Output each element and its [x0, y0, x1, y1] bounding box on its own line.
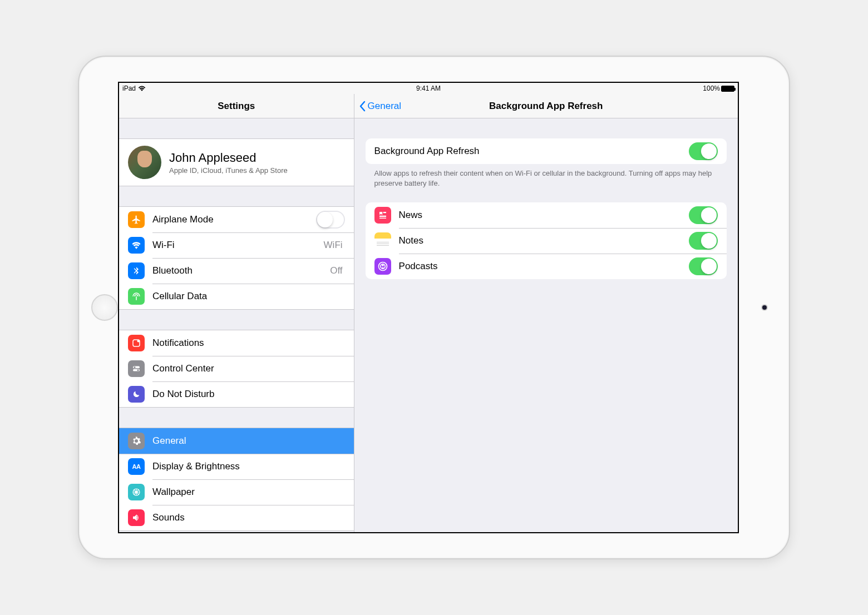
master-refresh-label: Background App Refresh — [374, 146, 689, 157]
wallpaper-label: Wallpaper — [152, 487, 345, 498]
sidebar-item-wifi[interactable]: Wi-Fi WiFi — [119, 232, 354, 258]
sidebar-item-wallpaper[interactable]: Wallpaper — [119, 479, 354, 505]
device-label: iPad — [122, 85, 136, 92]
app-label: News — [399, 210, 689, 221]
back-button[interactable]: General — [354, 101, 401, 112]
status-bar: iPad 9:41 AM 100% — [119, 83, 738, 94]
bluetooth-label: Bluetooth — [152, 265, 330, 276]
detail-header: General Background App Refresh — [354, 94, 738, 118]
airplane-toggle[interactable] — [316, 211, 345, 229]
sidebar-item-airplane[interactable]: Airplane Mode — [119, 207, 354, 232]
svg-point-7 — [135, 491, 138, 494]
news-icon — [374, 207, 391, 224]
profile-row[interactable]: John Appleseed Apple ID, iCloud, iTunes … — [119, 139, 354, 186]
sounds-icon — [128, 509, 145, 526]
app-row-podcasts[interactable]: Podcasts — [366, 254, 727, 279]
general-label: General — [152, 435, 345, 447]
notifications-icon — [128, 335, 145, 351]
bluetooth-value: Off — [330, 265, 342, 276]
avatar — [128, 146, 161, 179]
battery-icon — [721, 86, 734, 92]
bluetooth-icon — [128, 262, 145, 279]
chevron-left-icon — [359, 101, 366, 112]
app-row-notes[interactable]: Notes — [366, 228, 727, 254]
master-refresh-row[interactable]: Background App Refresh — [366, 138, 727, 164]
notifications-label: Notifications — [152, 338, 345, 349]
control-center-icon — [128, 360, 145, 377]
sidebar-item-control-center[interactable]: Control Center — [119, 356, 354, 381]
battery-percent: 100% — [703, 85, 720, 92]
svg-point-10 — [382, 265, 383, 266]
footer-note: Allow apps to refresh their content when… — [366, 164, 727, 188]
back-label: General — [368, 101, 401, 112]
ipad-device-frame: iPad 9:41 AM 100% Settings John Applesee… — [78, 56, 790, 559]
sidebar-item-display[interactable]: AA Display & Brightness — [119, 454, 354, 479]
cellular-icon — [128, 288, 145, 305]
sidebar-item-notifications[interactable]: Notifications — [119, 330, 354, 356]
wifi-settings-icon — [128, 237, 145, 254]
sidebar-item-general[interactable]: General — [119, 428, 354, 454]
sidebar-title: Settings — [119, 94, 354, 118]
display-label: Display & Brightness — [152, 461, 345, 472]
wifi-icon — [138, 86, 146, 92]
control-center-label: Control Center — [152, 363, 345, 374]
wifi-label: Wi-Fi — [152, 240, 324, 251]
gear-icon — [128, 433, 145, 449]
airplane-icon — [128, 211, 145, 228]
wifi-value: WiFi — [324, 240, 343, 251]
front-camera — [761, 304, 768, 311]
master-refresh-toggle[interactable] — [689, 142, 718, 160]
settings-sidebar: Settings John Appleseed Apple ID, iCloud… — [119, 94, 354, 532]
svg-point-1 — [137, 340, 140, 343]
clock: 9:41 AM — [416, 85, 441, 92]
app-toggle-notes[interactable] — [689, 232, 718, 250]
app-label: Notes — [399, 235, 689, 246]
screen: iPad 9:41 AM 100% Settings John Applesee… — [118, 82, 739, 533]
dnd-label: Do Not Disturb — [152, 389, 345, 400]
podcasts-icon — [374, 258, 391, 275]
detail-pane: General Background App Refresh Backgroun… — [354, 94, 738, 532]
apps-group: NewsNotesPodcasts — [366, 202, 727, 279]
wallpaper-icon — [128, 484, 145, 500]
svg-point-4 — [134, 366, 136, 368]
sidebar-item-bluetooth[interactable]: Bluetooth Off — [119, 258, 354, 284]
sidebar-item-dnd[interactable]: Do Not Disturb — [119, 381, 354, 407]
sidebar-item-sounds[interactable]: Sounds — [119, 505, 354, 530]
app-toggle-podcasts[interactable] — [689, 257, 718, 275]
app-row-news[interactable]: News — [366, 202, 727, 228]
sidebar-item-cellular[interactable]: Cellular Data — [119, 284, 354, 309]
profile-name: John Appleseed — [169, 151, 288, 165]
moon-icon — [128, 386, 145, 403]
notes-icon — [374, 232, 391, 249]
display-icon: AA — [128, 458, 145, 475]
app-toggle-news[interactable] — [689, 206, 718, 224]
cellular-label: Cellular Data — [152, 291, 345, 302]
profile-subtitle: Apple ID, iCloud, iTunes & App Store — [169, 166, 288, 175]
airplane-label: Airplane Mode — [152, 214, 316, 225]
home-button[interactable] — [91, 294, 118, 321]
detail-title: Background App Refresh — [489, 101, 603, 112]
app-label: Podcasts — [399, 261, 689, 272]
sounds-label: Sounds — [152, 512, 345, 523]
svg-point-5 — [137, 369, 139, 371]
